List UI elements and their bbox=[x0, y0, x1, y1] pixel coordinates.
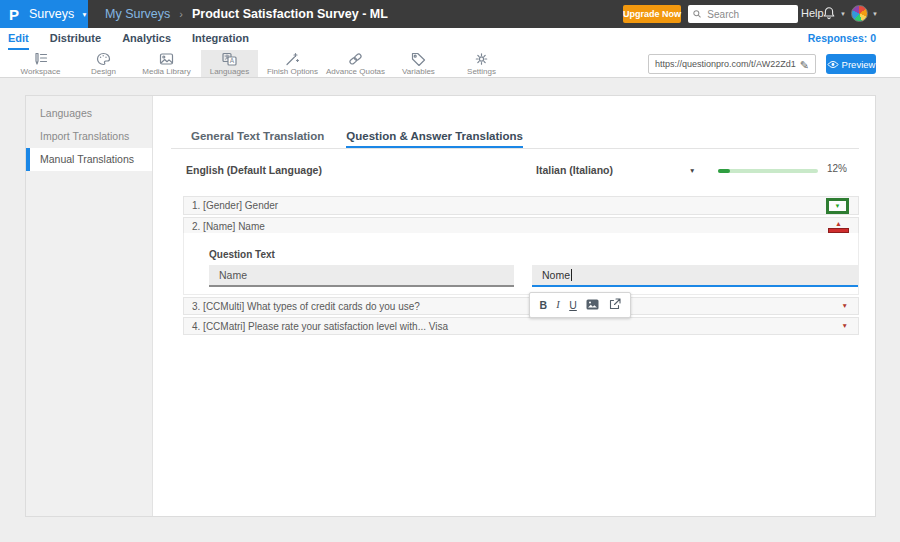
toolbar-label: Variables bbox=[402, 67, 435, 76]
insert-image-button[interactable] bbox=[586, 299, 599, 312]
toolbar-label: Advance Quotas bbox=[326, 67, 385, 76]
translation-value: Nome bbox=[542, 269, 570, 281]
preview-button[interactable]: Preview bbox=[826, 54, 876, 74]
workspace-icon bbox=[33, 52, 48, 66]
underline-button[interactable]: U bbox=[569, 300, 577, 311]
top-bar: P Surveys ▼ My Surveys › Product Satisfa… bbox=[0, 0, 900, 28]
survey-nav: Edit Distribute Analytics Integration Re… bbox=[0, 28, 900, 50]
question-row-ccmatri[interactable]: 4. [CCMatri] Please rate your satisfacti… bbox=[183, 317, 859, 335]
toolbar-label: Media Library bbox=[142, 67, 190, 76]
insert-link-button[interactable] bbox=[609, 298, 621, 312]
questionpro-logo: P bbox=[9, 6, 19, 23]
help-link[interactable]: Help bbox=[801, 7, 824, 19]
toolbar-label: Finish Options bbox=[267, 67, 318, 76]
survey-url: https://questionpro.com/t/AW22Zd1S1 bbox=[655, 59, 796, 69]
settings-icon bbox=[474, 52, 489, 66]
avatar[interactable] bbox=[851, 5, 868, 22]
sidebar-item-manual-translations[interactable]: Manual Translations bbox=[26, 148, 152, 171]
toolbar-label: Design bbox=[91, 67, 116, 76]
global-search[interactable] bbox=[688, 5, 798, 23]
toolbar-label: Settings bbox=[467, 67, 496, 76]
notifications-chevron-icon[interactable]: ▼ bbox=[840, 11, 846, 17]
target-language-chevron-icon[interactable] bbox=[689, 167, 695, 174]
source-language-label: English (Default Language) bbox=[186, 164, 322, 176]
media-library-icon bbox=[159, 52, 174, 66]
collapse-control[interactable] bbox=[828, 220, 849, 233]
question-title: 4. [CCMatri] Please rate your satisfacti… bbox=[192, 321, 448, 332]
design-icon bbox=[96, 52, 111, 66]
upgrade-now-button[interactable]: Upgrade Now bbox=[623, 5, 681, 23]
nav-tab-distribute[interactable]: Distribute bbox=[50, 28, 101, 50]
edit-url-pencil-icon[interactable] bbox=[800, 55, 809, 73]
notifications-bell-icon[interactable] bbox=[822, 6, 836, 25]
account-chevron-icon[interactable]: ▼ bbox=[872, 11, 878, 17]
responses-count[interactable]: Responses: 0 bbox=[808, 32, 876, 44]
progress-percent-label: 12% bbox=[827, 163, 847, 174]
source-text-field: Name bbox=[209, 265, 514, 287]
survey-url-field[interactable]: https://questionpro.com/t/AW22Zd1S1 bbox=[648, 54, 816, 74]
eye-icon bbox=[827, 60, 839, 69]
expand-chevron-icon[interactable] bbox=[835, 203, 841, 209]
product-switcher-label: Surveys bbox=[29, 7, 74, 21]
toolbar-item-advance-quotas[interactable]: Advance Quotas bbox=[327, 50, 384, 77]
target-language-select[interactable]: Italian (Italiano) bbox=[536, 164, 613, 176]
questionpro-app: P Surveys ▼ My Surveys › Product Satisfa… bbox=[0, 0, 900, 542]
nav-tab-edit[interactable]: Edit bbox=[8, 28, 29, 50]
bold-button[interactable]: B bbox=[539, 300, 547, 311]
breadcrumb: My Surveys › Product Satisfaction Survey… bbox=[105, 0, 388, 28]
progress-fill bbox=[718, 169, 730, 173]
product-switcher[interactable]: P Surveys ▼ bbox=[0, 0, 88, 28]
expand-chevron-icon[interactable] bbox=[842, 303, 848, 310]
sidebar-item-import-translations[interactable]: Import Translations bbox=[26, 125, 152, 148]
annotation-highlight-box bbox=[826, 198, 849, 214]
toolbar-item-languages[interactable]: A Languages bbox=[201, 50, 258, 77]
svg-text:A: A bbox=[230, 57, 235, 64]
question-title: 3. [CCMulti] What types of credit cards … bbox=[192, 301, 420, 312]
chevron-down-icon: ▼ bbox=[81, 11, 87, 18]
translations-sidebar: Languages Import Translations Manual Tra… bbox=[26, 96, 153, 516]
translation-editor-panel: Question Text Name Nome bbox=[183, 233, 859, 295]
breadcrumb-my-surveys[interactable]: My Surveys bbox=[105, 7, 170, 21]
source-text-value: Name bbox=[219, 269, 247, 281]
tab-general-text-translation[interactable]: General Text Translation bbox=[191, 126, 324, 148]
page-title: Product Satisfaction Survey - ML bbox=[192, 7, 388, 21]
sidebar-item-languages[interactable]: Languages bbox=[26, 102, 152, 125]
translations-content: General Text Translation Question & Answ… bbox=[153, 96, 875, 516]
collapse-chevron-icon[interactable] bbox=[835, 220, 842, 227]
question-list: 1. [Gender] Gender 2. [Name] Name bbox=[183, 196, 859, 337]
advance-quotas-icon bbox=[348, 52, 363, 66]
languages-icon: A bbox=[222, 52, 237, 66]
translation-tabs: General Text Translation Question & Answ… bbox=[171, 126, 859, 149]
breadcrumb-separator-icon: › bbox=[179, 8, 183, 20]
toolbar-item-finish-options[interactable]: Finish Options bbox=[264, 50, 321, 77]
toolbar-item-workspace[interactable]: Workspace bbox=[12, 50, 69, 77]
toolbar-item-variables[interactable]: Variables bbox=[390, 50, 447, 77]
search-icon bbox=[693, 9, 701, 19]
question-title: 2. [Name] Name bbox=[192, 221, 265, 232]
italic-button[interactable]: I bbox=[556, 300, 560, 311]
expand-chevron-icon[interactable] bbox=[842, 323, 848, 330]
tab-question-answer-translations[interactable]: Question & Answer Translations bbox=[346, 126, 523, 148]
question-row-ccmulti[interactable]: 3. [CCMulti] What types of credit cards … bbox=[183, 297, 859, 315]
translation-input[interactable]: Nome bbox=[532, 265, 858, 287]
question-text-label: Question Text bbox=[209, 249, 275, 260]
toolbar-item-design[interactable]: Design bbox=[75, 50, 132, 77]
toolbar-item-media-library[interactable]: Media Library bbox=[138, 50, 195, 77]
question-title: 1. [Gender] Gender bbox=[192, 200, 278, 211]
nav-tab-integration[interactable]: Integration bbox=[192, 28, 249, 50]
text-cursor bbox=[571, 269, 572, 281]
translation-progress-bar bbox=[718, 169, 818, 173]
finish-options-icon bbox=[285, 52, 300, 66]
translations-card: Languages Import Translations Manual Tra… bbox=[25, 95, 876, 517]
toolbar-label: Languages bbox=[210, 67, 250, 76]
question-row-gender[interactable]: 1. [Gender] Gender bbox=[183, 196, 859, 215]
preview-label: Preview bbox=[842, 59, 876, 70]
search-input[interactable] bbox=[705, 8, 793, 21]
page-background: Languages Import Translations Manual Tra… bbox=[0, 78, 900, 542]
toolbar-item-settings[interactable]: Settings bbox=[453, 50, 510, 77]
variables-icon bbox=[411, 52, 426, 66]
edit-toolbar: Workspace Design Media Library A Languag… bbox=[0, 50, 900, 78]
formatting-toolbar: B I U bbox=[529, 292, 631, 318]
toolbar-label: Workspace bbox=[21, 67, 61, 76]
nav-tab-analytics[interactable]: Analytics bbox=[122, 28, 171, 50]
